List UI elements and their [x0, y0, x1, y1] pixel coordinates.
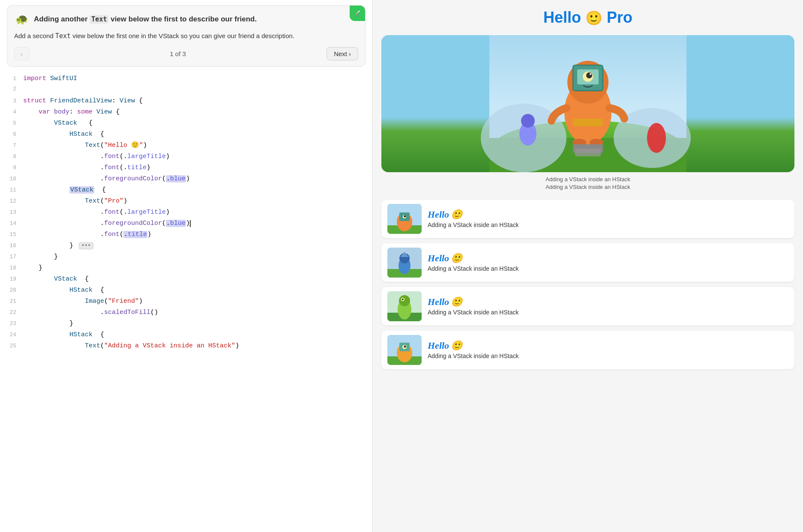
line-content: .foregroundColor(.blue)	[23, 174, 369, 184]
list-item-desc: Adding a VStack inside an HStack	[428, 352, 788, 361]
line-number: 9	[3, 164, 16, 173]
list-item-hello: Hello 🙂	[428, 209, 788, 220]
code-line: 16 } •••	[0, 241, 372, 252]
line-number: 21	[3, 297, 16, 306]
preview-caption: Adding a VStack inside an HStack Adding …	[381, 176, 794, 191]
svg-point-17	[647, 123, 666, 153]
line-content: struct FriendDetailView: View {	[23, 96, 369, 106]
line-number: 10	[3, 175, 16, 184]
main-scene-svg	[381, 35, 794, 172]
banner-title: Adding another Text view below the first…	[34, 15, 257, 24]
code-line: 18 }	[0, 263, 372, 274]
list-item-desc: Adding a VStack inside an HStack	[428, 308, 788, 317]
list-item-thumbnail	[387, 335, 422, 365]
code-line: 25 Text("Adding a VStack inside an HStac…	[0, 341, 372, 352]
banner-header: 🐢 Adding another Text view below the fir…	[14, 12, 358, 27]
line-content: VStack {	[23, 185, 369, 195]
line-number: 15	[3, 230, 16, 239]
list-item: Hello 🙂 Adding a VStack inside an HStack	[381, 243, 794, 282]
preview-list: Hello 🙂 Adding a VStack inside an HStack	[381, 200, 794, 369]
line-content: .foregroundColor(.blue)	[23, 218, 369, 229]
line-number: 5	[3, 119, 16, 128]
line-number: 17	[3, 253, 16, 262]
code-line: 22 .scaledToFill()	[0, 308, 372, 319]
line-content: Text("Adding a VStack inside an HStack")	[23, 341, 369, 351]
banner-nav: ‹ 1 of 3 Next ›	[14, 47, 358, 60]
line-content: VStack {	[23, 118, 369, 129]
list-item-hello: Hello 🙂	[428, 253, 788, 264]
next-button[interactable]: Next ›	[327, 47, 358, 60]
line-content: .font(.largeTitle)	[23, 152, 369, 162]
code-line: 11 VStack {	[0, 185, 372, 196]
svg-point-36	[402, 299, 404, 300]
line-number: 3	[3, 97, 16, 106]
code-line: 13 .font(.largeTitle)	[0, 207, 372, 218]
line-number: 24	[3, 331, 16, 340]
nav-counter: 1 of 3	[170, 50, 186, 57]
banner-body: Add a second Text view below the first o…	[14, 31, 358, 41]
prev-button[interactable]: ‹	[14, 47, 29, 60]
code-line: 1 import SwiftUI	[0, 74, 372, 85]
thumb-scene-svg	[387, 291, 422, 321]
line-content: VStack {	[23, 274, 369, 284]
instruction-banner: ✓ 🐢 Adding another Text view below the f…	[7, 5, 366, 67]
line-number: 14	[3, 219, 16, 228]
thumb-scene-svg	[387, 248, 422, 278]
line-number: 6	[3, 130, 16, 139]
code-line: 5 VStack {	[0, 118, 372, 129]
svg-point-10	[586, 72, 592, 78]
svg-point-11	[590, 73, 591, 75]
line-number: 12	[3, 197, 16, 206]
thumb-scene-svg	[387, 335, 422, 365]
close-button[interactable]: ✕	[354, 11, 360, 18]
line-number: 11	[3, 186, 16, 195]
svg-rect-19	[575, 149, 601, 156]
left-panel: ✓ 🐢 Adding another Text view below the f…	[0, 0, 373, 532]
svg-rect-12	[573, 119, 603, 126]
line-content: HStack {	[23, 285, 369, 296]
smiley-emoji: 🙂	[585, 10, 602, 26]
list-item-desc: Adding a VStack inside an HStack	[428, 221, 788, 230]
line-content: import SwiftUI	[23, 74, 369, 84]
code-line: 15 .font(.title)	[0, 230, 372, 241]
code-line: 3 struct FriendDetailView: View {	[0, 96, 372, 107]
code-line: 7 Text("Hello 🙂")	[0, 140, 372, 152]
right-panel: Hello 🙂 Pro	[373, 0, 803, 532]
list-item: Hello 🙂 Adding a VStack inside an HStack	[381, 200, 794, 238]
line-content: Image("Friend")	[23, 296, 369, 307]
list-item-text: Hello 🙂 Adding a VStack inside an HStack	[428, 340, 788, 361]
svg-point-16	[521, 114, 535, 128]
line-number: 16	[3, 242, 16, 251]
line-number: 23	[3, 320, 16, 329]
code-line: 20 HStack {	[0, 285, 372, 296]
list-item-desc: Adding a VStack inside an HStack	[428, 265, 788, 273]
line-number: 1	[3, 75, 16, 84]
line-number: 18	[3, 264, 16, 273]
code-line: 17 }	[0, 252, 372, 263]
line-number: 25	[3, 342, 16, 351]
code-line: 21 Image("Friend")	[0, 296, 372, 308]
line-number: 4	[3, 108, 16, 117]
list-item-thumbnail	[387, 291, 422, 321]
code-line: 9 .font(.title)	[0, 163, 372, 174]
line-number: 7	[3, 141, 16, 150]
line-number: 8	[3, 152, 16, 161]
code-line: 10 .foregroundColor(.blue)	[0, 174, 372, 185]
line-content: }	[23, 252, 369, 262]
code-line: 2	[0, 85, 372, 96]
code-editor[interactable]: 1 import SwiftUI 2 3 struct FriendDetail…	[0, 70, 372, 532]
line-number: 19	[3, 275, 16, 284]
list-item: Hello 🙂 Adding a VStack inside an HStack	[381, 331, 794, 369]
turtle-icon: 🐢	[14, 12, 30, 27]
code-line: 6 HStack {	[0, 129, 372, 140]
line-number: 22	[3, 308, 16, 317]
list-item-hello: Hello 🙂	[428, 296, 788, 308]
list-item: Hello 🙂 Adding a VStack inside an HStack	[381, 287, 794, 326]
line-number: 20	[3, 286, 16, 295]
line-content: }	[23, 319, 369, 329]
svg-point-25	[404, 215, 406, 218]
list-item-text: Hello 🙂 Adding a VStack inside an HStack	[428, 296, 788, 317]
svg-point-34	[399, 295, 410, 306]
list-item-thumbnail	[387, 204, 422, 234]
line-content: Text("Hello 🙂")	[23, 140, 369, 151]
